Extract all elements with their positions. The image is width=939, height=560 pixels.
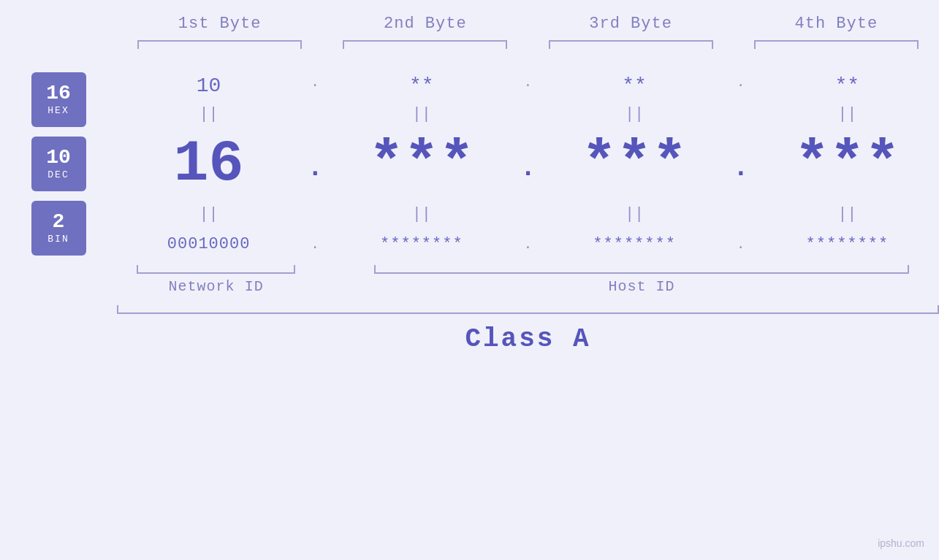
top-bracket-row [0, 40, 939, 49]
dbar-row-1: || || || || [117, 101, 939, 128]
dec-row: 16 . *** . *** . *** [117, 128, 939, 201]
bracket-dot-spacer [315, 265, 344, 274]
host-bracket-cell [344, 265, 939, 274]
network-bracket-cell [117, 265, 315, 274]
class-label: Class A [465, 324, 590, 354]
hex-val-3: ** [543, 64, 726, 101]
dbar-2-4: || [756, 201, 939, 228]
hex-val-2: ** [330, 64, 513, 101]
dec-val-4: *** [756, 128, 939, 201]
id-spacer [315, 278, 344, 295]
dbar-1-1: || [117, 101, 300, 128]
bin-dot-1: . [300, 237, 330, 252]
host-bracket [374, 265, 909, 274]
hex-dot-3: . [726, 75, 756, 90]
top-bracket-3 [549, 40, 713, 49]
main-rows: 16 HEX 10 DEC 2 BIN 10 . ** . ** . ** [0, 64, 939, 261]
hex-val-1: 10 [117, 64, 300, 101]
hex-badge: 16 HEX [31, 72, 86, 127]
class-label-row: Class A [0, 324, 939, 354]
dec-dot-3: . [726, 153, 756, 183]
top-bracket-2 [343, 40, 507, 49]
hex-row: 10 . ** . ** . ** [117, 64, 939, 101]
byte-header-4: 4th Byte [734, 15, 939, 33]
bin-row: 00010000 . ******** . ******** . *******… [117, 228, 939, 261]
top-bracket-cell-2 [322, 40, 528, 49]
hex-badge-number: 16 [46, 83, 71, 104]
byte-header-3: 3rd Byte [528, 15, 734, 33]
dbar-1-4: || [756, 101, 939, 128]
main-container: 1st Byte 2nd Byte 3rd Byte 4th Byte 16 H… [0, 0, 939, 560]
top-bracket-cell-3 [528, 40, 734, 49]
bin-badge: 2 BIN [31, 201, 86, 256]
bin-badge-number: 2 [53, 212, 65, 232]
dec-val-1: 16 [117, 128, 300, 201]
bin-dot-2: . [514, 237, 543, 252]
bin-dot-3: . [726, 237, 756, 252]
network-bracket [137, 265, 295, 274]
hex-val-4: ** [756, 64, 939, 101]
dbar-2-1: || [117, 201, 300, 228]
dbar-2-3: || [543, 201, 726, 228]
dec-val-2: *** [330, 128, 513, 201]
top-bracket-cell-4 [734, 40, 939, 49]
hex-badge-label: HEX [47, 105, 69, 116]
byte-header-2: 2nd Byte [322, 15, 528, 33]
dbar-row-2: || || || || [117, 201, 939, 228]
values-area: 10 . ** . ** . ** || || || || 16 [117, 64, 939, 261]
top-bracket-1 [137, 40, 302, 49]
bin-val-2: ******** [330, 228, 513, 261]
dec-dot-1: . [300, 153, 330, 183]
dec-val-3: *** [543, 128, 726, 201]
dec-badge-label: DEC [47, 169, 69, 180]
dbar-2-2: || [330, 201, 513, 228]
bin-val-1: 00010000 [117, 228, 300, 261]
hex-dot-2: . [514, 75, 543, 90]
top-bracket-4 [754, 40, 919, 49]
top-bracket-cell-1 [117, 40, 322, 49]
bottom-brackets-row [0, 265, 939, 274]
class-bracket [117, 305, 939, 314]
dbar-1-3: || [543, 101, 726, 128]
byte-header-1: 1st Byte [117, 15, 322, 33]
host-id-label: Host ID [344, 278, 939, 295]
dec-badge-number: 10 [46, 147, 71, 168]
dec-dot-2: . [514, 153, 543, 183]
bin-val-4: ******** [756, 228, 939, 261]
dbar-1-2: || [330, 101, 513, 128]
network-id-label: Network ID [117, 278, 315, 295]
byte-headers-row: 1st Byte 2nd Byte 3rd Byte 4th Byte [0, 15, 939, 33]
bin-val-3: ******** [543, 228, 726, 261]
dec-badge: 10 DEC [31, 137, 86, 191]
watermark: ipshu.com [878, 537, 924, 549]
id-labels-row: Network ID Host ID [0, 278, 939, 295]
hex-dot-1: . [300, 75, 330, 90]
badges-column: 16 HEX 10 DEC 2 BIN [0, 64, 117, 261]
bin-badge-label: BIN [47, 234, 69, 245]
